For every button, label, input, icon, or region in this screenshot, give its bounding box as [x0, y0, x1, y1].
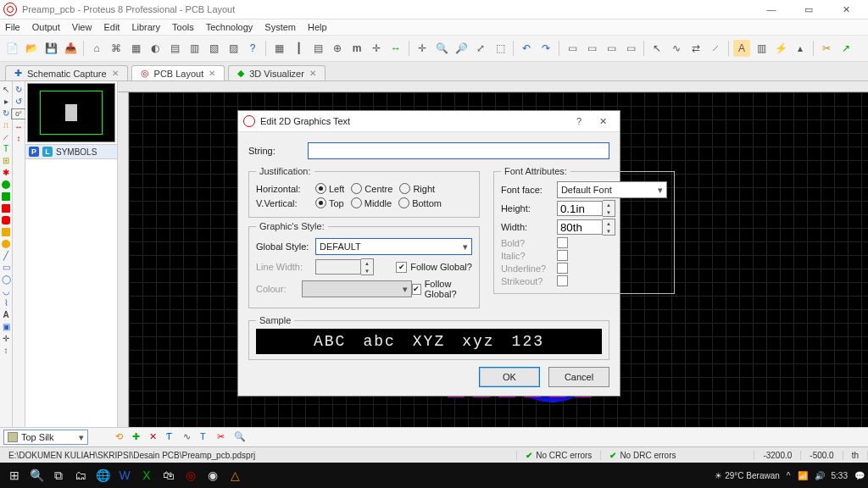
radio-h-left[interactable]: Left [315, 183, 344, 194]
report-icon[interactable]: ▨ [225, 40, 242, 57]
radio-h-right[interactable]: Right [399, 183, 435, 194]
block-move-icon[interactable]: ▭ [583, 40, 600, 57]
autoroute-icon[interactable]: ⇄ [687, 40, 704, 57]
origin-icon[interactable]: ⊕ [329, 40, 346, 57]
snap-icon[interactable]: ✛ [368, 40, 385, 57]
radio-v-top[interactable]: Top [315, 197, 344, 208]
menu-system[interactable]: System [264, 22, 296, 32]
cut-tool-icon[interactable]: ✂ [818, 40, 835, 57]
pcb-icon[interactable]: ▦ [127, 40, 144, 57]
edge-icon[interactable]: 🌐 [92, 463, 114, 487]
dimension-tool-icon[interactable]: ↕ [2, 346, 11, 355]
pick-parts-icon[interactable]: P [29, 147, 39, 157]
notifications-icon[interactable]: 💬 [854, 471, 865, 480]
rect-2d-tool-icon[interactable]: ▭ [2, 263, 11, 272]
exit-icon[interactable]: ↗ [837, 40, 854, 57]
flip-icon[interactable]: ⟲ [115, 431, 127, 443]
component-tool-icon[interactable]: ▸ [2, 97, 11, 106]
explorer-icon[interactable]: 🗂 [70, 463, 92, 487]
italic-checkbox[interactable] [557, 250, 568, 261]
gerber-icon[interactable]: ▤ [166, 40, 183, 57]
start-button[interactable]: ⊞ [3, 463, 25, 487]
track-icon[interactable]: ⟋ [707, 40, 724, 57]
clock[interactable]: 5:33 [832, 471, 848, 480]
vlc-icon[interactable]: △ [224, 463, 246, 487]
toggle-b-icon[interactable]: ▥ [753, 40, 770, 57]
underline-checkbox[interactable] [557, 263, 568, 274]
toggle-a-icon[interactable]: A [733, 40, 750, 57]
word-icon[interactable]: W [114, 463, 136, 487]
select-tool-icon[interactable]: ↖ [2, 85, 11, 94]
rotate-ccw-icon[interactable]: ↺ [14, 97, 24, 106]
tab-close-icon[interactable]: ✕ [209, 69, 215, 78]
cancel-button[interactable]: Cancel [548, 367, 609, 387]
home-icon[interactable]: ⌂ [88, 40, 105, 57]
bold-checkbox[interactable] [557, 237, 568, 248]
font-face-select[interactable]: Default Font ▾ [557, 181, 667, 198]
block-copy-icon[interactable]: ▭ [564, 40, 581, 57]
string-input[interactable] [308, 142, 609, 159]
radio-h-centre[interactable]: Centre [351, 183, 392, 194]
route-icon[interactable]: ∿ [668, 40, 685, 57]
trace-cleanup-icon[interactable]: T [200, 431, 212, 443]
trace-angle-icon[interactable]: ∿ [183, 431, 195, 443]
menu-view[interactable]: View [72, 22, 92, 32]
zoom-all-icon[interactable]: ⤢ [472, 40, 489, 57]
block-rotate-icon[interactable]: ▭ [603, 40, 620, 57]
zoom-in-icon[interactable]: 🔍 [433, 40, 450, 57]
libraries-icon[interactable]: L [42, 147, 53, 157]
symbol-2d-tool-icon[interactable]: ▣ [2, 322, 11, 331]
route-mode-icon[interactable]: ✚ [132, 431, 144, 443]
search-icon[interactable]: 🔍 [25, 463, 47, 487]
undo-icon[interactable]: ↶ [518, 40, 535, 57]
marker-tool-icon[interactable]: ✛ [2, 334, 11, 343]
menu-library[interactable]: Library [131, 22, 160, 32]
block-delete-icon[interactable]: ▭ [622, 40, 639, 57]
radio-v-middle[interactable]: Middle [351, 197, 392, 208]
proteus-taskbar-icon[interactable]: ◎ [180, 463, 202, 487]
track-tool-icon[interactable]: ⟋ [2, 132, 11, 141]
filter-icon[interactable]: ▴ [792, 40, 809, 57]
bom-icon[interactable]: ▧ [205, 40, 222, 57]
layer-combo[interactable]: Top Silk ▾ [3, 430, 88, 445]
preview-window[interactable] [27, 83, 115, 142]
height-input[interactable]: ▲▼ [557, 200, 615, 217]
chrome-icon[interactable]: ◉ [202, 463, 224, 487]
grid-icon[interactable]: ▦ [270, 40, 287, 57]
remove-track-icon[interactable]: ✂ [217, 431, 229, 443]
tab-pcb[interactable]: ◎ PCB Layout ✕ [131, 65, 225, 80]
menu-tools[interactable]: Tools [172, 22, 194, 32]
menu-file[interactable]: File [5, 22, 20, 32]
drc-icon[interactable]: ⚡ [772, 40, 789, 57]
maximize-button[interactable]: ▭ [790, 0, 827, 19]
window-close-button[interactable]: ✕ [827, 0, 865, 19]
pad-dsquare-tool-icon[interactable] [2, 203, 11, 213]
zone-tool-icon[interactable]: ⊞ [2, 156, 11, 165]
path-2d-tool-icon[interactable]: ⌇ [2, 298, 11, 308]
via-tool-icon[interactable]: T [2, 144, 11, 153]
help-icon[interactable]: ? [244, 40, 261, 57]
network-icon[interactable]: 📶 [798, 471, 808, 480]
tab-3d[interactable]: ◆ 3D Visualizer ✕ [228, 65, 326, 80]
excel-icon[interactable]: X [136, 463, 158, 487]
auto-name-icon[interactable]: Ƭ [166, 431, 178, 443]
rotate-tool-icon[interactable]: ↻ [2, 108, 11, 118]
arc-2d-tool-icon[interactable]: ◡ [2, 286, 11, 296]
layers-icon[interactable]: ▤ [309, 40, 326, 57]
pan-icon[interactable]: ↔ [387, 40, 404, 57]
ratsnest-tool-icon[interactable]: ✱ [2, 168, 11, 177]
design-explorer-icon[interactable]: ▥ [186, 40, 203, 57]
follow-global-colour-checkbox[interactable]: ✔ [412, 284, 421, 295]
minimize-button[interactable]: — [753, 0, 790, 19]
zoom-out-icon[interactable]: 🔎 [453, 40, 470, 57]
ok-button[interactable]: OK [479, 367, 540, 387]
drc-toggle-icon[interactable]: ✕ [149, 431, 161, 443]
schematic-icon[interactable]: ⌘ [108, 40, 125, 57]
task-view-icon[interactable]: ⧉ [47, 463, 70, 487]
volume-icon[interactable]: 🔊 [815, 471, 825, 480]
pick-icon[interactable]: ↖ [648, 40, 665, 57]
circle-2d-tool-icon[interactable]: ◯ [2, 274, 11, 284]
zoom-area-icon[interactable]: ⬚ [492, 40, 509, 57]
menu-edit[interactable]: Edit [103, 22, 120, 32]
package-tool-icon[interactable]: ⎍ [2, 120, 11, 130]
